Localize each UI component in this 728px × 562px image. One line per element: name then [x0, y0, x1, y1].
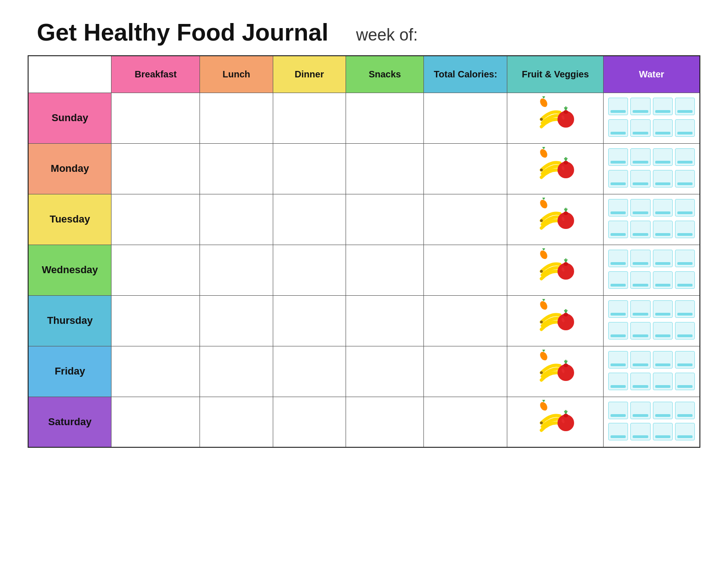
snacks-cell[interactable]: [346, 143, 424, 194]
lunch-cell[interactable]: [200, 194, 273, 245]
fruit-veggie-icons: [509, 196, 601, 243]
water-cups-grid: [605, 348, 698, 395]
water-cup[interactable]: [630, 351, 650, 369]
fruit-veggie-icons: [509, 399, 601, 445]
water-cup[interactable]: [608, 250, 628, 267]
water-cup[interactable]: [675, 250, 695, 267]
water-cup[interactable]: [675, 373, 695, 390]
calories-cell[interactable]: [424, 346, 507, 397]
water-cup[interactable]: [653, 199, 673, 217]
water-cup[interactable]: [608, 351, 628, 369]
water-cup[interactable]: [653, 300, 673, 318]
water-cup[interactable]: [608, 402, 628, 419]
snacks-cell[interactable]: [346, 93, 424, 143]
dinner-cell[interactable]: [273, 397, 346, 447]
dinner-cell[interactable]: [273, 346, 346, 397]
water-cup[interactable]: [608, 119, 628, 137]
water-cup[interactable]: [653, 423, 673, 440]
dinner-cell[interactable]: [273, 143, 346, 194]
water-cup[interactable]: [608, 199, 628, 217]
snacks-cell[interactable]: [346, 245, 424, 295]
water-cup[interactable]: [608, 148, 628, 166]
lunch-cell[interactable]: [200, 245, 273, 295]
water-cup[interactable]: [675, 119, 695, 137]
lunch-cell[interactable]: [200, 295, 273, 346]
water-cup[interactable]: [630, 373, 650, 390]
lunch-cell[interactable]: [200, 397, 273, 447]
water-cup[interactable]: [653, 221, 673, 238]
water-cup[interactable]: [630, 423, 650, 440]
snacks-cell[interactable]: [346, 397, 424, 447]
snacks-cell[interactable]: [346, 295, 424, 346]
water-cup[interactable]: [630, 250, 650, 267]
water-cup[interactable]: [630, 199, 650, 217]
water-cup[interactable]: [630, 148, 650, 166]
water-cup[interactable]: [608, 300, 628, 318]
water-cup[interactable]: [675, 300, 695, 318]
water-cup[interactable]: [630, 98, 650, 115]
water-cup[interactable]: [608, 322, 628, 340]
th-empty: [28, 56, 112, 93]
svg-point-33: [539, 249, 549, 260]
breakfast-cell[interactable]: [112, 93, 200, 143]
water-cup[interactable]: [608, 221, 628, 238]
water-cup[interactable]: [630, 402, 650, 419]
breakfast-cell[interactable]: [112, 143, 200, 194]
water-cup[interactable]: [675, 271, 695, 289]
calories-cell[interactable]: [424, 245, 507, 295]
water-cup[interactable]: [630, 170, 650, 187]
breakfast-cell[interactable]: [112, 295, 200, 346]
dinner-cell[interactable]: [273, 295, 346, 346]
breakfast-cell[interactable]: [112, 397, 200, 447]
water-cup[interactable]: [653, 170, 673, 187]
breakfast-cell[interactable]: [112, 194, 200, 245]
water-cup[interactable]: [675, 423, 695, 440]
water-cup[interactable]: [630, 300, 650, 318]
water-cup[interactable]: [653, 148, 673, 166]
dinner-cell[interactable]: [273, 245, 346, 295]
calories-cell[interactable]: [424, 194, 507, 245]
water-cup[interactable]: [608, 373, 628, 390]
svg-line-47: [544, 299, 546, 301]
water-cup[interactable]: [630, 322, 650, 340]
water-cup[interactable]: [630, 221, 650, 238]
breakfast-cell[interactable]: [112, 346, 200, 397]
water-cup[interactable]: [675, 402, 695, 419]
water-cup[interactable]: [675, 351, 695, 369]
water-cups-grid: [605, 247, 698, 293]
water-cup[interactable]: [675, 322, 695, 340]
water-cup[interactable]: [675, 148, 695, 166]
water-cup[interactable]: [653, 402, 673, 419]
breakfast-cell[interactable]: [112, 245, 200, 295]
table-row: Wednesday: [28, 245, 700, 295]
water-cup[interactable]: [608, 170, 628, 187]
lunch-cell[interactable]: [200, 346, 273, 397]
lunch-cell[interactable]: [200, 143, 273, 194]
water-cup[interactable]: [653, 351, 673, 369]
lunch-cell[interactable]: [200, 93, 273, 143]
water-cup[interactable]: [608, 98, 628, 115]
snacks-cell[interactable]: [346, 194, 424, 245]
water-cup[interactable]: [630, 271, 650, 289]
dinner-cell[interactable]: [273, 93, 346, 143]
dinner-cell[interactable]: [273, 194, 346, 245]
water-cup[interactable]: [675, 199, 695, 217]
snacks-cell[interactable]: [346, 346, 424, 397]
water-cup[interactable]: [653, 322, 673, 340]
water-cup[interactable]: [653, 373, 673, 390]
calories-cell[interactable]: [424, 93, 507, 143]
water-cup[interactable]: [653, 119, 673, 137]
water-cup[interactable]: [675, 221, 695, 238]
water-cup[interactable]: [608, 423, 628, 440]
water-cup[interactable]: [675, 170, 695, 187]
water-cup[interactable]: [653, 250, 673, 267]
water-cup[interactable]: [630, 119, 650, 137]
calories-cell[interactable]: [424, 397, 507, 447]
water-cup[interactable]: [653, 98, 673, 115]
calories-cell[interactable]: [424, 143, 507, 194]
calories-cell[interactable]: [424, 295, 507, 346]
page-title: Get Healthy Food Journal: [37, 18, 329, 46]
water-cup[interactable]: [675, 98, 695, 115]
water-cup[interactable]: [608, 271, 628, 289]
water-cup[interactable]: [653, 271, 673, 289]
